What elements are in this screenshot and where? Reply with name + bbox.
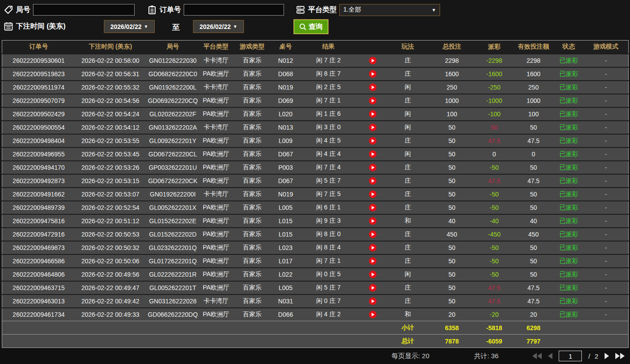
platform-cell: PA欧洲厅 — [200, 228, 232, 241]
video-play-icon[interactable] — [369, 190, 377, 198]
column-header: 订单号 — [2, 41, 75, 54]
bet-time-label: 下注时间 (美东) — [16, 22, 66, 31]
table-no-cell: D068 — [272, 67, 299, 81]
total-bet-cell: 50 — [428, 174, 476, 188]
video-play-icon[interactable] — [369, 110, 377, 118]
column-header: 玩法 — [387, 41, 428, 54]
play-type-cell: 庄 — [387, 201, 428, 214]
video-play-icon[interactable] — [369, 297, 377, 305]
prev-page-button[interactable] — [548, 353, 552, 359]
order-cell: 260222009475816 — [2, 214, 75, 228]
game-type-cell: 百家乐 — [232, 94, 272, 107]
time-cell: 2026-02-22 00:53:07 — [75, 188, 146, 201]
play-type-cell: 庄 — [387, 294, 428, 308]
date-from-picker[interactable]: 2026/02/22 ▼ — [104, 20, 155, 33]
bet-records-screen: 局号 订单号 平台类型 1.全部 ▼ 下注时间 (美东) 2026/02/22 … — [0, 0, 630, 364]
game-id-cell: GD066262220DQ — [146, 308, 200, 321]
game-type-cell: 百家乐 — [232, 161, 272, 174]
sum-valid-bet: 6298 — [513, 321, 554, 335]
total-bet-cell: 100 — [428, 107, 476, 121]
game-id-cell: GN0192622200L — [146, 81, 200, 94]
platform-cell: 卡卡湾厅 — [200, 81, 232, 94]
game-id-cell: GL0052622201X — [146, 201, 200, 214]
order-cell: 260222009464806 — [2, 268, 75, 281]
platform-select[interactable]: 1.全部 ▼ — [339, 4, 440, 16]
game-id-input[interactable] — [33, 4, 135, 16]
game-type-cell: 百家乐 — [232, 134, 272, 147]
game-mode-cell: - — [584, 308, 629, 321]
video-cell — [358, 67, 387, 81]
status-cell: 已派彩 — [554, 107, 584, 121]
sum-spacer — [2, 335, 387, 348]
video-play-icon[interactable] — [369, 97, 377, 105]
video-play-icon[interactable] — [369, 230, 377, 238]
platform-cell: PA欧洲厅 — [200, 134, 232, 147]
valid-bet-cell: 50 — [513, 161, 554, 174]
payout-cell: 47.5 — [476, 134, 513, 147]
game-mode-cell: - — [584, 67, 629, 81]
video-play-icon[interactable] — [369, 70, 377, 78]
table-no-cell: L005 — [272, 201, 299, 214]
play-type-cell: 庄 — [387, 94, 428, 107]
payout-cell: 0 — [476, 147, 513, 161]
game-type-cell: 百家乐 — [232, 107, 272, 121]
time-cell: 2026-02-22 00:56:31 — [75, 67, 146, 81]
total-bet-cell: 1600 — [428, 67, 476, 81]
video-play-icon[interactable] — [369, 137, 377, 145]
game-id-cell: GL0232622201Q — [146, 241, 200, 254]
video-cell — [358, 268, 387, 281]
game-id-cell: GD067262220CK — [146, 174, 200, 188]
sum-payout: -5818 — [476, 321, 513, 335]
video-cell — [358, 308, 387, 321]
query-button[interactable]: 查询 — [294, 20, 328, 34]
time-cell: 2026-02-22 00:50:53 — [75, 228, 146, 241]
video-play-icon[interactable] — [369, 257, 377, 265]
video-play-icon[interactable] — [369, 123, 377, 131]
total-bet-cell: 50 — [428, 134, 476, 147]
payout-cell: -50 — [476, 188, 513, 201]
game-id-cell: GN0132622202A — [146, 121, 200, 134]
video-play-icon[interactable] — [369, 244, 377, 252]
platform-label: 平台类型 — [308, 5, 337, 15]
video-play-icon[interactable] — [369, 311, 377, 319]
table-no-cell: L005 — [272, 281, 299, 294]
time-cell: 2026-02-22 00:52:54 — [75, 201, 146, 214]
platform-cell: PA欧洲厅 — [200, 107, 232, 121]
platform-select-value: 1.全部 — [343, 6, 361, 14]
last-page-button[interactable] — [615, 353, 625, 359]
video-play-icon[interactable] — [369, 217, 377, 225]
game-mode-cell: - — [584, 201, 629, 214]
play-type-cell: 和 — [387, 214, 428, 228]
valid-bet-cell: 50 — [513, 241, 554, 254]
page-number-input[interactable] — [559, 351, 582, 361]
video-play-icon[interactable] — [369, 150, 377, 158]
result-cell: 闲 9 庄 3 — [299, 214, 358, 228]
video-cell — [358, 121, 387, 134]
play-type-cell: 闲 — [387, 147, 428, 161]
video-cell — [358, 241, 387, 254]
video-play-icon[interactable] — [369, 284, 377, 292]
game-type-cell: 百家乐 — [232, 54, 272, 67]
video-play-icon[interactable] — [369, 270, 377, 278]
payout-cell: -40 — [476, 214, 513, 228]
result-cell: 闲 4 庄 5 — [299, 134, 358, 147]
date-to-picker[interactable]: 2026/02/22 ▼ — [193, 20, 244, 33]
play-type-cell: 庄 — [387, 281, 428, 294]
video-play-icon[interactable] — [369, 177, 377, 185]
video-cell — [358, 134, 387, 147]
pager: / 2 — [532, 351, 625, 361]
result-cell: 闲 1 庄 6 — [299, 107, 358, 121]
video-play-icon[interactable] — [369, 57, 377, 65]
first-page-button[interactable] — [532, 353, 542, 359]
next-page-button[interactable] — [605, 353, 609, 359]
platform-field-group: 平台类型 1.全部 ▼ — [296, 4, 440, 16]
video-play-icon[interactable] — [369, 83, 377, 91]
order-no-input[interactable] — [184, 4, 284, 16]
game-mode-cell: - — [584, 174, 629, 188]
total-bet-cell: 450 — [428, 228, 476, 241]
time-cell: 2026-02-22 00:54:56 — [75, 94, 146, 107]
video-play-icon[interactable] — [369, 164, 377, 172]
time-cell: 2026-02-22 00:53:45 — [75, 147, 146, 161]
video-play-icon[interactable] — [369, 204, 377, 212]
table-no-cell: N031 — [272, 294, 299, 308]
